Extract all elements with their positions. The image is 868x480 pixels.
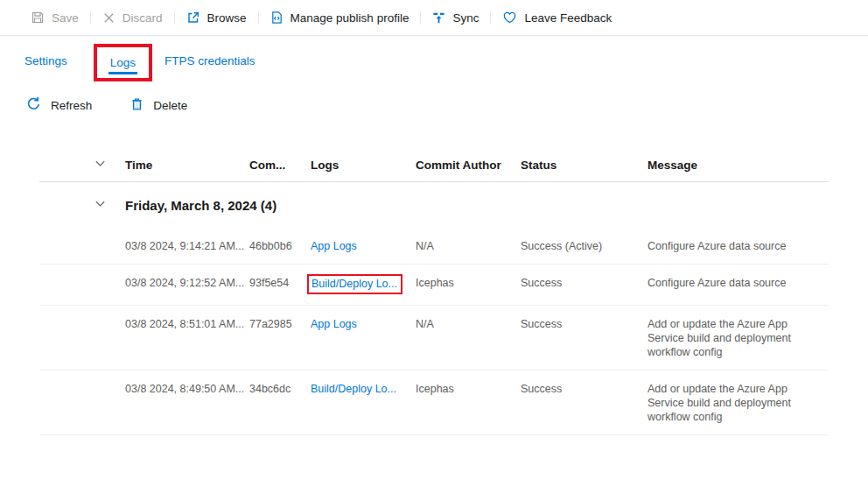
date-group-row[interactable]: Friday, March 8, 2024 (4) [39, 182, 829, 228]
column-header-time: Time [125, 159, 249, 172]
trash-icon [130, 97, 144, 114]
leave-feedback-label: Leave Feedback [524, 11, 612, 25]
delete-label: Delete [153, 99, 187, 112]
deployment-logs-table: Time Com... Logs Commit Author Status Me… [39, 149, 829, 435]
cell-commit-author: N/A [416, 239, 521, 253]
refresh-icon [26, 96, 41, 114]
app-logs-link[interactable]: App Logs [311, 240, 357, 252]
save-label: Save [52, 11, 79, 25]
save-icon [31, 11, 45, 25]
sync-button[interactable]: Sync [421, 11, 490, 25]
cell-commit: 93f5e54 [249, 276, 311, 290]
save-button[interactable]: Save [19, 11, 90, 25]
cell-message: Configure Azure data source [648, 239, 819, 253]
tab-logs[interactable]: Logs [108, 53, 137, 74]
browse-label: Browse [207, 11, 247, 25]
delete-button[interactable]: Delete [130, 97, 187, 114]
log-actions: Refresh Delete [26, 96, 187, 114]
date-group-label: Friday, March 8, 2024 (4) [125, 198, 829, 213]
cell-commit: 46bb0b6 [249, 239, 311, 253]
table-row[interactable]: 03/8 2024, 8:49:50 AM... 34bc6dc Build/D… [39, 371, 829, 435]
cell-commit: 34bc6dc [249, 382, 311, 396]
heart-icon [502, 11, 517, 25]
column-header-status: Status [521, 159, 648, 172]
build-deploy-logs-link[interactable]: Build/Deploy Lo... [311, 383, 396, 395]
app-logs-link[interactable]: App Logs [311, 318, 357, 330]
tab-ftps-credentials[interactable]: FTPS credentials [164, 44, 256, 76]
cell-status: Success (Active) [521, 239, 648, 253]
cell-status: Success [521, 276, 648, 290]
cell-commit-author: Icephas [416, 382, 521, 396]
refresh-label: Refresh [51, 99, 92, 112]
chevron-down-icon [94, 157, 107, 173]
cell-message: Add or update the Azure App Service buil… [648, 317, 819, 359]
table-row[interactable]: 03/8 2024, 9:12:52 AM... 93f5e54 Build/D… [39, 265, 829, 306]
chevron-down-icon [94, 197, 107, 214]
sync-label: Sync [452, 11, 479, 25]
cell-status: Success [521, 317, 648, 331]
refresh-button[interactable]: Refresh [26, 96, 92, 114]
table-row[interactable]: 03/8 2024, 9:14:21 AM... 46bb0b6 App Log… [39, 228, 829, 265]
tab-settings[interactable]: Settings [24, 44, 67, 76]
cell-message: Add or update the Azure App Service buil… [648, 382, 819, 424]
column-header-message: Message [648, 159, 829, 172]
cell-time: 03/8 2024, 9:14:21 AM... [125, 239, 249, 253]
browse-button[interactable]: Browse [175, 11, 258, 25]
discard-label: Discard [122, 11, 163, 25]
collapse-all-chevron[interactable] [39, 157, 125, 173]
column-header-logs: Logs [311, 159, 416, 172]
cell-time: 03/8 2024, 8:49:50 AM... [125, 382, 249, 396]
cell-commit-author: Icephas [416, 276, 521, 290]
cell-commit: 77a2985 [249, 317, 311, 331]
cell-message: Configure Azure data source [648, 276, 819, 290]
group-collapse-chevron[interactable] [39, 197, 125, 214]
cell-status: Success [521, 382, 648, 396]
cell-time: 03/8 2024, 9:12:52 AM... [125, 276, 249, 290]
sync-icon [432, 11, 445, 25]
tab-bar: Settings Logs FTPS credentials [24, 44, 256, 81]
leave-feedback-button[interactable]: Leave Feedback [491, 11, 623, 25]
table-row[interactable]: 03/8 2024, 8:51:01 AM... 77a2985 App Log… [39, 306, 829, 371]
cell-time: 03/8 2024, 8:51:01 AM... [125, 317, 249, 331]
annotation-box-logs-tab: Logs [94, 44, 152, 81]
manage-publish-profile-button[interactable]: Manage publish profile [259, 11, 421, 25]
column-header-commit: Com... [249, 159, 311, 172]
publish-profile-icon [270, 11, 284, 25]
manage-publish-profile-label: Manage publish profile [290, 11, 410, 25]
command-bar: Save Discard Browse Manage publish profi… [0, 0, 868, 36]
discard-icon [102, 11, 116, 25]
build-deploy-logs-link[interactable]: Build/Deploy Lo... [312, 278, 397, 290]
cell-commit-author: N/A [416, 317, 521, 331]
discard-button[interactable]: Discard [91, 11, 174, 25]
column-header-commit-author: Commit Author [416, 159, 521, 172]
browse-icon [186, 11, 200, 25]
annotation-box-build-deploy-link: Build/Deploy Lo... [307, 274, 402, 294]
table-header-row: Time Com... Logs Commit Author Status Me… [39, 149, 829, 182]
